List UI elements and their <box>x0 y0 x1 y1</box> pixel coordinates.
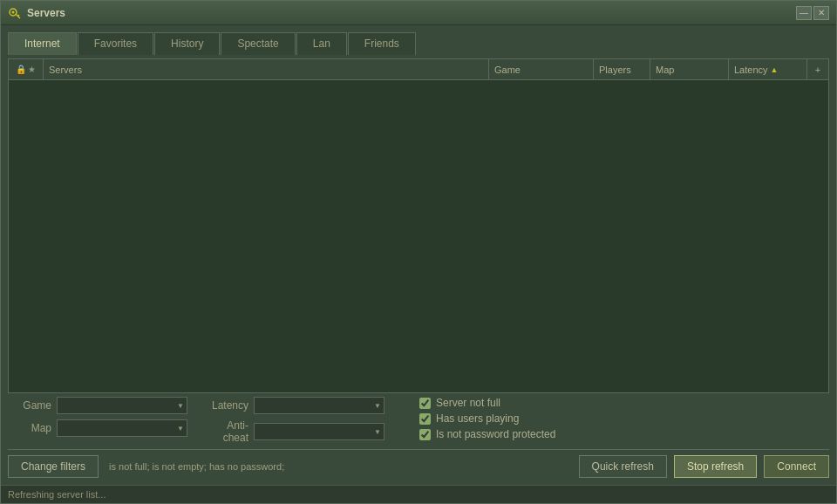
has-users-playing-label: Has users playing <box>436 412 519 425</box>
status-bar: Refreshing server list... <box>1 485 836 503</box>
col-header-game[interactable]: Game <box>489 59 594 79</box>
tab-friends[interactable]: Friends <box>348 32 416 55</box>
server-not-full-label: Server not full <box>436 397 500 409</box>
main-window: Servers — ✕ Internet Favorites History S… <box>0 0 837 504</box>
minimize-button[interactable]: — <box>796 6 812 20</box>
plus-icon: + <box>815 65 820 75</box>
col-header-latency[interactable]: Latency ▲ <box>729 59 807 79</box>
server-list-header: 🔒 ★ Servers Game Players Map Latency ▲ <box>9 59 828 80</box>
tab-favorites[interactable]: Favorites <box>78 32 153 55</box>
filters-left: Game Map <box>8 397 187 437</box>
bottom-bar: Change filters is not full; is not empty… <box>8 449 829 478</box>
checkboxes-section: Server not full Has users playing Is not… <box>419 397 555 440</box>
game-select[interactable] <box>57 397 187 414</box>
game-filter-group: Game <box>8 397 187 414</box>
filters-section: Game Map <box>8 397 829 444</box>
col-header-players[interactable]: Players <box>594 59 650 79</box>
anticheat-filter-label: Anti-cheat <box>205 419 248 444</box>
anticheat-filter-group: Anti-cheat <box>205 419 384 444</box>
game-filter-label: Game <box>8 399 51 412</box>
map-select[interactable] <box>57 419 187 437</box>
col-add-button[interactable]: + <box>807 59 828 79</box>
tab-spectate[interactable]: Spectate <box>221 32 295 55</box>
col-header-map[interactable]: Map <box>650 59 729 79</box>
latency-select[interactable] <box>254 397 384 414</box>
lock-icon: 🔒 <box>16 65 26 74</box>
not-password-protected-checkbox[interactable] <box>419 429 431 440</box>
tab-lan[interactable]: Lan <box>296 32 347 55</box>
close-button[interactable]: ✕ <box>813 6 829 20</box>
status-text: Refreshing server list... <box>8 489 105 500</box>
title-buttons: — ✕ <box>796 6 829 20</box>
anticheat-select[interactable] <box>254 423 384 440</box>
connect-button[interactable]: Connect <box>764 455 829 478</box>
filter-status: is not full; is not empty; has no passwo… <box>105 461 572 472</box>
filters-right: Latency Anti-cheat <box>205 397 384 444</box>
anticheat-select-wrapper <box>254 423 384 440</box>
server-list-container: 🔒 ★ Servers Game Players Map Latency ▲ <box>8 58 829 393</box>
latency-filter-group: Latency <box>205 397 384 414</box>
stop-refresh-button[interactable]: Stop refresh <box>674 455 757 478</box>
latency-select-wrapper <box>254 397 384 414</box>
svg-line-3 <box>18 15 20 17</box>
col-header-servers[interactable]: Servers <box>44 59 489 79</box>
key-icon <box>8 6 22 20</box>
checkbox-row-no-password: Is not password protected <box>419 428 555 440</box>
game-select-wrapper <box>57 397 187 414</box>
checkbox-row-not-full: Server not full <box>419 397 555 409</box>
server-list-body <box>9 80 828 392</box>
latency-filter-label: Latency <box>205 399 248 412</box>
header-icon-col: 🔒 ★ <box>9 59 44 79</box>
window-title: Servers <box>27 7 65 19</box>
map-filter-label: Map <box>8 422 51 434</box>
title-bar: Servers — ✕ <box>1 1 836 25</box>
tab-history[interactable]: History <box>154 32 220 55</box>
server-not-full-checkbox[interactable] <box>419 398 431 409</box>
bookmark-icon: ★ <box>28 65 36 74</box>
map-filter-group: Map <box>8 419 187 437</box>
has-users-playing-checkbox[interactable] <box>419 413 431 425</box>
tab-bar: Internet Favorites History Spectate Lan … <box>8 32 829 55</box>
map-select-wrapper <box>57 419 187 437</box>
title-bar-left: Servers <box>8 6 65 20</box>
svg-point-1 <box>12 10 15 13</box>
quick-refresh-button[interactable]: Quick refresh <box>579 455 667 478</box>
tab-internet[interactable]: Internet <box>8 32 77 55</box>
not-password-protected-label: Is not password protected <box>436 428 555 440</box>
change-filters-button[interactable]: Change filters <box>8 455 99 478</box>
checkbox-row-has-users: Has users playing <box>419 412 555 425</box>
sort-arrow: ▲ <box>771 65 779 74</box>
main-content: Internet Favorites History Spectate Lan … <box>1 25 836 485</box>
